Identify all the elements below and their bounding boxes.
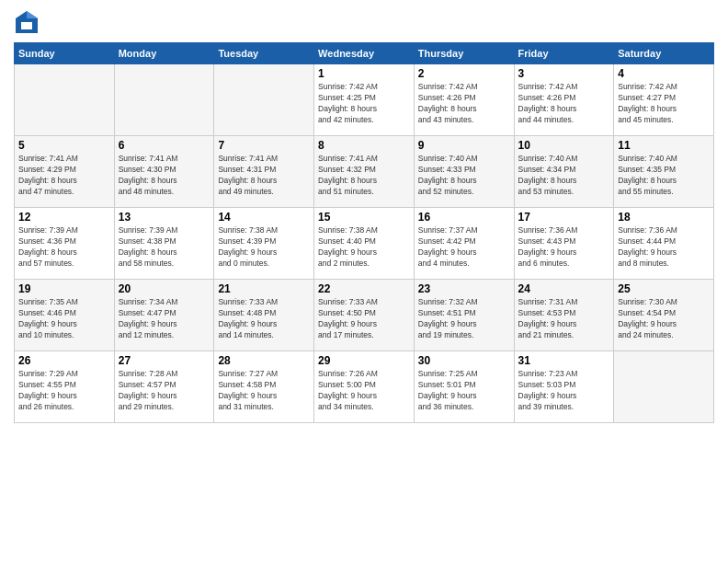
calendar-table: SundayMondayTuesdayWednesdayThursdayFrid… <box>14 42 714 423</box>
day-number: 21 <box>218 282 310 295</box>
day-number: 15 <box>318 211 410 224</box>
day-number: 25 <box>618 282 710 295</box>
page: SundayMondayTuesdayWednesdayThursdayFrid… <box>0 0 728 563</box>
calendar-cell: 17Sunrise: 7:36 AM Sunset: 4:43 PM Dayli… <box>514 208 614 280</box>
calendar-cell <box>214 64 314 136</box>
day-info: Sunrise: 7:39 AM Sunset: 4:38 PM Dayligh… <box>119 225 210 270</box>
calendar-cell: 10Sunrise: 7:40 AM Sunset: 4:34 PM Dayli… <box>514 136 614 208</box>
calendar-cell: 14Sunrise: 7:38 AM Sunset: 4:39 PM Dayli… <box>214 208 314 280</box>
day-info: Sunrise: 7:38 AM Sunset: 4:39 PM Dayligh… <box>218 225 310 270</box>
calendar-cell: 23Sunrise: 7:32 AM Sunset: 4:51 PM Dayli… <box>414 280 514 351</box>
day-number: 23 <box>418 282 510 295</box>
calendar-cell: 11Sunrise: 7:40 AM Sunset: 4:35 PM Dayli… <box>614 136 714 208</box>
weekday-header-row: SundayMondayTuesdayWednesdayThursdayFrid… <box>15 43 714 64</box>
calendar-cell: 6Sunrise: 7:41 AM Sunset: 4:30 PM Daylig… <box>114 136 214 208</box>
day-number: 27 <box>119 354 210 367</box>
calendar-cell: 24Sunrise: 7:31 AM Sunset: 4:53 PM Dayli… <box>514 280 614 351</box>
day-number: 12 <box>18 211 110 224</box>
svg-marker-1 <box>27 11 38 18</box>
calendar-cell: 30Sunrise: 7:25 AM Sunset: 5:01 PM Dayli… <box>414 351 514 423</box>
calendar-cell: 18Sunrise: 7:36 AM Sunset: 4:44 PM Dayli… <box>614 208 714 280</box>
day-info: Sunrise: 7:41 AM Sunset: 4:31 PM Dayligh… <box>218 154 310 198</box>
day-number: 13 <box>119 211 210 224</box>
day-info: Sunrise: 7:40 AM Sunset: 4:35 PM Dayligh… <box>618 154 710 198</box>
calendar-week-row: 26Sunrise: 7:29 AM Sunset: 4:55 PM Dayli… <box>15 351 714 423</box>
calendar-week-row: 19Sunrise: 7:35 AM Sunset: 4:46 PM Dayli… <box>15 280 714 351</box>
day-info: Sunrise: 7:31 AM Sunset: 4:53 PM Dayligh… <box>518 297 610 341</box>
logo <box>14 9 43 35</box>
weekday-wednesday: Wednesday <box>314 43 415 64</box>
day-info: Sunrise: 7:40 AM Sunset: 4:33 PM Dayligh… <box>418 154 510 198</box>
calendar-cell <box>15 64 115 136</box>
calendar-cell: 28Sunrise: 7:27 AM Sunset: 4:58 PM Dayli… <box>214 351 314 423</box>
day-info: Sunrise: 7:37 AM Sunset: 4:42 PM Dayligh… <box>418 225 510 270</box>
calendar-cell: 19Sunrise: 7:35 AM Sunset: 4:46 PM Dayli… <box>15 280 115 351</box>
calendar-cell: 13Sunrise: 7:39 AM Sunset: 4:38 PM Dayli… <box>114 208 214 280</box>
day-number: 8 <box>318 139 410 152</box>
day-info: Sunrise: 7:33 AM Sunset: 4:50 PM Dayligh… <box>318 297 410 341</box>
day-number: 14 <box>218 211 310 224</box>
calendar-cell: 27Sunrise: 7:28 AM Sunset: 4:57 PM Dayli… <box>114 351 214 423</box>
calendar-cell: 1Sunrise: 7:42 AM Sunset: 4:25 PM Daylig… <box>314 64 415 136</box>
day-info: Sunrise: 7:40 AM Sunset: 4:34 PM Dayligh… <box>518 154 610 198</box>
day-number: 5 <box>18 139 110 152</box>
day-number: 6 <box>119 139 210 152</box>
day-number: 20 <box>119 282 210 295</box>
day-info: Sunrise: 7:41 AM Sunset: 4:32 PM Dayligh… <box>318 154 410 198</box>
calendar-cell: 21Sunrise: 7:33 AM Sunset: 4:48 PM Dayli… <box>214 280 314 351</box>
calendar-cell: 25Sunrise: 7:30 AM Sunset: 4:54 PM Dayli… <box>614 280 714 351</box>
day-number: 29 <box>318 354 410 367</box>
day-info: Sunrise: 7:42 AM Sunset: 4:25 PM Dayligh… <box>318 82 410 126</box>
calendar-week-row: 5Sunrise: 7:41 AM Sunset: 4:29 PM Daylig… <box>15 136 714 208</box>
calendar-cell: 15Sunrise: 7:38 AM Sunset: 4:40 PM Dayli… <box>314 208 415 280</box>
day-number: 3 <box>518 67 610 80</box>
calendar-cell: 12Sunrise: 7:39 AM Sunset: 4:36 PM Dayli… <box>15 208 115 280</box>
day-number: 7 <box>218 139 310 152</box>
day-info: Sunrise: 7:42 AM Sunset: 4:27 PM Dayligh… <box>618 82 710 126</box>
calendar-cell: 2Sunrise: 7:42 AM Sunset: 4:26 PM Daylig… <box>414 64 514 136</box>
day-info: Sunrise: 7:41 AM Sunset: 4:29 PM Dayligh… <box>18 154 110 198</box>
day-info: Sunrise: 7:36 AM Sunset: 4:43 PM Dayligh… <box>518 225 610 270</box>
day-info: Sunrise: 7:34 AM Sunset: 4:47 PM Dayligh… <box>119 297 210 341</box>
day-info: Sunrise: 7:30 AM Sunset: 4:54 PM Dayligh… <box>618 297 710 341</box>
day-number: 16 <box>418 211 510 224</box>
calendar-cell: 31Sunrise: 7:23 AM Sunset: 5:03 PM Dayli… <box>514 351 614 423</box>
day-info: Sunrise: 7:39 AM Sunset: 4:36 PM Dayligh… <box>18 225 110 270</box>
day-info: Sunrise: 7:42 AM Sunset: 4:26 PM Dayligh… <box>418 82 510 126</box>
day-number: 18 <box>618 211 710 224</box>
calendar-cell <box>614 351 714 423</box>
day-number: 31 <box>518 354 610 367</box>
day-info: Sunrise: 7:25 AM Sunset: 5:01 PM Dayligh… <box>418 369 510 413</box>
day-number: 1 <box>318 67 410 80</box>
weekday-saturday: Saturday <box>614 43 714 64</box>
day-number: 11 <box>618 139 710 152</box>
calendar-cell: 7Sunrise: 7:41 AM Sunset: 4:31 PM Daylig… <box>214 136 314 208</box>
day-info: Sunrise: 7:42 AM Sunset: 4:26 PM Dayligh… <box>518 82 610 126</box>
calendar-cell: 4Sunrise: 7:42 AM Sunset: 4:27 PM Daylig… <box>614 64 714 136</box>
calendar-cell: 26Sunrise: 7:29 AM Sunset: 4:55 PM Dayli… <box>15 351 115 423</box>
day-number: 22 <box>318 282 410 295</box>
weekday-friday: Friday <box>514 43 614 64</box>
day-info: Sunrise: 7:33 AM Sunset: 4:48 PM Dayligh… <box>218 297 310 341</box>
day-info: Sunrise: 7:32 AM Sunset: 4:51 PM Dayligh… <box>418 297 510 341</box>
weekday-thursday: Thursday <box>414 43 514 64</box>
svg-rect-2 <box>21 22 32 29</box>
day-info: Sunrise: 7:35 AM Sunset: 4:46 PM Dayligh… <box>18 297 110 341</box>
calendar-week-row: 1Sunrise: 7:42 AM Sunset: 4:25 PM Daylig… <box>15 64 714 136</box>
weekday-monday: Monday <box>114 43 214 64</box>
calendar-cell <box>114 64 214 136</box>
calendar-cell: 8Sunrise: 7:41 AM Sunset: 4:32 PM Daylig… <box>314 136 415 208</box>
day-number: 4 <box>618 67 710 80</box>
day-info: Sunrise: 7:36 AM Sunset: 4:44 PM Dayligh… <box>618 225 710 270</box>
calendar-cell: 9Sunrise: 7:40 AM Sunset: 4:33 PM Daylig… <box>414 136 514 208</box>
calendar-cell: 16Sunrise: 7:37 AM Sunset: 4:42 PM Dayli… <box>414 208 514 280</box>
logo-icon <box>14 9 40 35</box>
calendar-week-row: 12Sunrise: 7:39 AM Sunset: 4:36 PM Dayli… <box>15 208 714 280</box>
day-number: 19 <box>18 282 110 295</box>
day-number: 17 <box>518 211 610 224</box>
day-number: 9 <box>418 139 510 152</box>
day-number: 26 <box>18 354 110 367</box>
calendar-cell: 22Sunrise: 7:33 AM Sunset: 4:50 PM Dayli… <box>314 280 415 351</box>
day-number: 30 <box>418 354 510 367</box>
calendar-cell: 29Sunrise: 7:26 AM Sunset: 5:00 PM Dayli… <box>314 351 415 423</box>
